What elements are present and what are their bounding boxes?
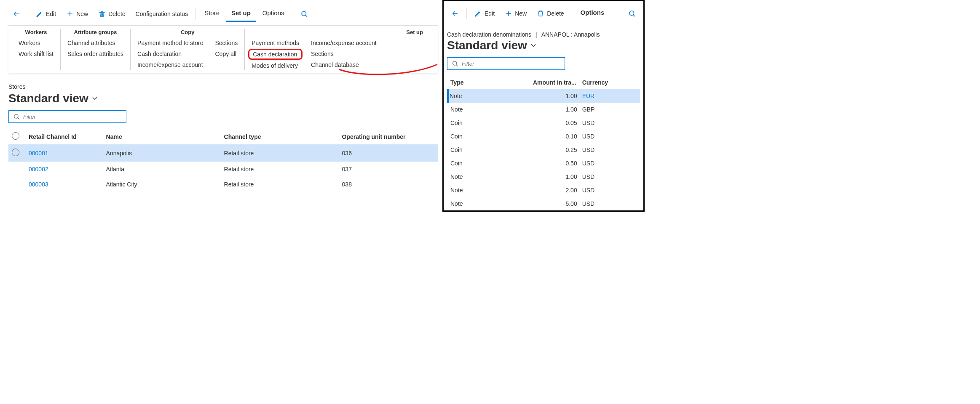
- ribbon-setup-channel-db[interactable]: Channel database: [311, 61, 377, 69]
- cell-amount: 1.00: [484, 89, 580, 103]
- table-row[interactable]: Coin0.50USD: [448, 157, 640, 170]
- cell-currency[interactable]: USD: [580, 130, 640, 143]
- left-action-bar: Edit New Delete Configuration status Sto…: [8, 4, 438, 26]
- edit-button[interactable]: Edit: [32, 8, 60, 20]
- table-row[interactable]: Note1.00GBP: [448, 103, 640, 116]
- tab-options[interactable]: Options: [257, 6, 289, 22]
- select-all-radio[interactable]: [12, 132, 19, 140]
- new-button[interactable]: New: [62, 8, 92, 20]
- edit-button-right[interactable]: Edit: [470, 7, 499, 20]
- table-row[interactable]: 000003Atlantic CityRetail store038: [8, 177, 438, 192]
- right-view-selector[interactable]: Standard view: [447, 39, 640, 52]
- col-name[interactable]: Name: [103, 129, 221, 144]
- right-filter-input[interactable]: [462, 61, 560, 67]
- cell-amount: 0.10: [484, 130, 580, 143]
- ribbon-setup-cash-declaration[interactable]: Cash declaration: [248, 49, 303, 60]
- col-oun[interactable]: Operating unit number: [339, 129, 438, 144]
- cell-retail-id[interactable]: 000001: [25, 144, 103, 162]
- search-button-right[interactable]: [624, 7, 640, 20]
- trash-icon: [537, 10, 544, 17]
- cell-amount: 1.00: [484, 103, 580, 116]
- ribbon-copy-sections[interactable]: Sections: [215, 39, 238, 47]
- table-row[interactable]: 000001AnnapolisRetail store036: [8, 144, 438, 162]
- table-row[interactable]: Coin0.05USD: [448, 116, 640, 130]
- new-button-right[interactable]: New: [501, 7, 531, 20]
- cell-type: Note: [448, 170, 484, 183]
- chevron-down-icon: [91, 95, 99, 102]
- ribbon-channel-attributes[interactable]: Channel attributes: [67, 39, 123, 47]
- cell-channel-type: Retail store: [221, 162, 339, 177]
- ribbon-setup-payment-methods[interactable]: Payment methods: [252, 39, 299, 47]
- back-button-right[interactable]: [447, 7, 463, 20]
- cell-amount: 0.25: [484, 143, 580, 157]
- right-filter-input-wrap[interactable]: [447, 57, 565, 70]
- search-icon: [628, 10, 636, 17]
- table-row[interactable]: Note5.00USD: [448, 197, 640, 210]
- cell-retail-id[interactable]: 000002: [25, 162, 103, 177]
- cell-type: Note: [448, 103, 484, 116]
- ribbon-copy-cash-declaration[interactable]: Cash declaration: [137, 50, 203, 58]
- breadcrumb: Cash declaration denominations | ANNAPOL…: [447, 31, 640, 38]
- delete-label: Delete: [108, 11, 125, 17]
- cell-currency[interactable]: USD: [580, 197, 640, 210]
- cell-type: Note: [448, 197, 484, 210]
- cell-currency[interactable]: GBP: [580, 103, 640, 116]
- cell-currency[interactable]: USD: [580, 143, 640, 157]
- search-icon: [300, 10, 308, 18]
- tab-store[interactable]: Store: [199, 6, 225, 22]
- filter-input[interactable]: [23, 114, 122, 120]
- ribbon-copy-all[interactable]: Copy all: [215, 50, 238, 58]
- cell-currency[interactable]: USD: [580, 157, 640, 170]
- col-amount[interactable]: Amount in tra...: [484, 76, 580, 89]
- table-row[interactable]: 000002AtlantaRetail store037: [8, 162, 438, 177]
- filter-input-wrap[interactable]: [8, 110, 126, 123]
- table-row[interactable]: Note1.00USD: [448, 170, 640, 183]
- view-selector[interactable]: Standard view: [8, 92, 438, 105]
- search-button[interactable]: [296, 8, 312, 20]
- chevron-down-icon: [530, 42, 537, 49]
- col-currency[interactable]: Currency: [580, 76, 640, 89]
- col-retail-channel-id[interactable]: Retail Channel Id: [25, 129, 103, 144]
- delete-button-right[interactable]: Delete: [533, 7, 568, 20]
- search-icon: [452, 60, 458, 67]
- pencil-icon: [36, 10, 43, 18]
- right-action-bar: Edit New Delete Options: [447, 4, 640, 25]
- ribbon-copy-payment-method[interactable]: Payment method to store: [137, 39, 203, 47]
- table-row[interactable]: Coin0.10USD: [448, 130, 640, 143]
- ribbon-copy-income-expense[interactable]: Income/expense account: [137, 61, 203, 69]
- ribbon-setup-sections[interactable]: Sections: [311, 50, 377, 58]
- ribbon-sales-order-attributes[interactable]: Sales order attributes: [67, 50, 123, 58]
- cell-amount: 0.05: [484, 116, 580, 130]
- config-status-button[interactable]: Configuration status: [131, 8, 193, 20]
- stores-grid: Retail Channel Id Name Channel type Oper…: [8, 129, 438, 192]
- cell-retail-id[interactable]: 000003: [25, 177, 103, 192]
- cell-currency[interactable]: USD: [580, 183, 640, 197]
- cell-amount: 2.00: [484, 183, 580, 197]
- delete-button[interactable]: Delete: [94, 8, 129, 20]
- cell-currency[interactable]: EUR: [580, 89, 640, 103]
- table-row[interactable]: Note1.00EUR: [448, 89, 640, 103]
- breadcrumb-context: ANNAPOL : Annapolis: [541, 31, 600, 38]
- cell-channel-type: Retail store: [221, 144, 339, 162]
- cell-currency[interactable]: USD: [580, 116, 640, 130]
- table-row[interactable]: Note2.00USD: [448, 183, 640, 197]
- col-type[interactable]: Type: [448, 76, 484, 89]
- row-radio[interactable]: [12, 149, 19, 156]
- plus-icon: [505, 10, 512, 17]
- back-button[interactable]: [8, 8, 24, 20]
- table-row[interactable]: Coin0.25USD: [448, 143, 640, 157]
- breadcrumb-title: Cash declaration denominations: [447, 31, 531, 38]
- tab-setup[interactable]: Set up: [226, 6, 256, 22]
- ribbon-setup-income-expense[interactable]: Income/expense account: [311, 39, 377, 47]
- cell-oun: 038: [339, 177, 438, 192]
- cell-currency[interactable]: USD: [580, 170, 640, 183]
- cell-type: Coin: [448, 157, 484, 170]
- ribbon-group-attribute-groups: Attribute groups Channel attributes Sale…: [61, 29, 131, 70]
- col-channel-type[interactable]: Channel type: [221, 129, 339, 144]
- plus-icon: [66, 10, 74, 18]
- ribbon-workers[interactable]: Workers: [19, 39, 54, 47]
- tab-options-right[interactable]: Options: [576, 5, 610, 21]
- ribbon-work-shift-list[interactable]: Work shift list: [19, 50, 54, 58]
- denominations-grid: Type Amount in tra... Currency Note1.00E…: [447, 76, 640, 210]
- ribbon-setup-modes-delivery[interactable]: Modes of delivery: [252, 61, 299, 70]
